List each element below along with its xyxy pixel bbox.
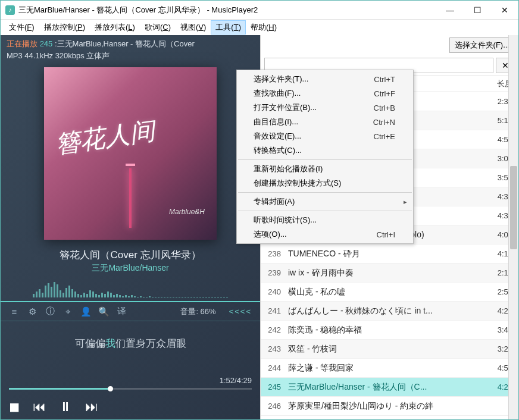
menu-entry-shortcut: Ctrl+E — [374, 132, 395, 141]
prev-button[interactable]: ⏮ — [33, 399, 46, 415]
menu-separator — [238, 211, 412, 211]
track-number: 239 — [261, 268, 288, 277]
menu-entry-shortcut: Ctrl+T — [374, 75, 395, 84]
next-button[interactable]: ⏭ — [85, 399, 98, 415]
stop-button[interactable]: ◼ — [9, 399, 20, 415]
spectrum-bar — [217, 297, 219, 297]
spectrum-bar — [196, 297, 198, 297]
spectrum-bar — [205, 297, 207, 297]
tools-menu-dropdown: 选择文件夹(T)...Ctrl+T查找歌曲(F)...Ctrl+F打开文件位置(… — [236, 70, 414, 244]
translate-icon[interactable]: 译 — [116, 306, 127, 317]
track-number: 245 — [261, 383, 288, 391]
track-title: 横山克 - 私の嘘 — [288, 287, 483, 297]
menu-item-l[interactable]: 播放列表(L) — [90, 20, 140, 35]
menu-separator — [238, 192, 412, 193]
player-pane: 正在播放 245 :三无MarBlue,Hanser - 簪花人间（Cover … — [1, 35, 260, 419]
menu-entry[interactable]: 选项(O)...Ctrl+I — [237, 227, 413, 242]
track-row[interactable]: 242陈奕迅 - 稳稳的幸福3:43 — [261, 321, 518, 340]
time-display: 1:52/4:29 — [220, 376, 252, 385]
menu-item-h[interactable]: 帮助(H) — [246, 20, 282, 35]
track-row[interactable]: 246茅原実里/種田梨沙/山岡ゆり - 約束の絆 — [261, 397, 518, 416]
menu-entry[interactable]: 听歌时间统计(S)... — [237, 213, 413, 227]
mini-toolbar: ≡ ⚙ ⓘ ⌖ 👤 🔍 译 音量: 66% <<<< — [1, 301, 260, 321]
track-row[interactable]: 244薛之谦 - 等我回家4:57 — [261, 359, 518, 378]
player-content: 正在播放 245 :三无MarBlue,Hanser - 簪花人间（Cover … — [1, 35, 260, 419]
menu-entry[interactable]: 曲目信息(I)...Ctrl+N — [237, 115, 413, 129]
menu-entry-label: 专辑封面(A) — [254, 196, 395, 207]
info-icon[interactable]: ⓘ — [45, 306, 55, 317]
track-row[interactable]: 241ばんばんしー - 秋姉妹のなく頃に in t...4:23 — [261, 302, 518, 321]
spectrum-bar — [95, 294, 97, 297]
gear-icon[interactable]: ⚙ — [27, 306, 37, 317]
menu-entry[interactable]: 专辑封面(A) — [237, 195, 413, 209]
track-row[interactable]: 243双笙 - 竹枝词3:21 — [261, 340, 518, 359]
menu-item-c[interactable]: 歌词(C) — [140, 20, 176, 35]
spectrum-bar — [68, 286, 70, 297]
now-playing-header: 正在播放 245 :三无MarBlue,Hanser - 簪花人间（Cover — [1, 35, 260, 51]
top-row: 选择文件夹(F)... — [261, 35, 518, 55]
track-row[interactable]: 239iw ix - 碎月雨中奏2:11 — [261, 264, 518, 283]
maximize-button[interactable]: ☐ — [464, 1, 491, 20]
close-button[interactable]: ✕ — [491, 1, 518, 20]
minimize-button[interactable]: — — [436, 1, 464, 20]
spectrum-bar — [110, 293, 112, 297]
window-title: 三无MarBlue/Hanser - 簪花人间（Cover 忘川风华录） - M… — [18, 5, 436, 15]
album-decoration — [129, 168, 132, 228]
spectrum-bar — [51, 287, 52, 297]
select-folder-button[interactable]: 选择文件夹(F)... — [449, 37, 515, 53]
spectrum-bar — [164, 297, 165, 297]
spectrum-bar — [80, 295, 82, 297]
body-area: 正在播放 245 :三无MarBlue,Hanser - 簪花人间（Cover … — [1, 35, 518, 419]
menu-entry[interactable]: 打开文件位置(B)...Ctrl+B — [237, 101, 413, 115]
track-row[interactable]: 245三无MarBlue/Hanser - 簪花人间（C...4:29 — [261, 378, 518, 397]
eq-icon[interactable]: ≡ — [9, 306, 20, 316]
lyric-pre: 可偏偏 — [75, 338, 105, 349]
track-number: 241 — [261, 306, 288, 315]
volume-label[interactable]: 音量: 66% — [134, 306, 222, 317]
spectrum-bar — [45, 286, 46, 297]
progress-bar[interactable] — [9, 388, 252, 390]
search-icon[interactable]: 🔍 — [98, 306, 109, 317]
spectrum-bar — [176, 297, 177, 297]
scrollbar[interactable] — [508, 92, 518, 419]
menu-entry-label: 曲目信息(I)... — [254, 117, 373, 127]
song-title: 簪花人间（Cover 忘川风华录） — [1, 248, 260, 262]
spectrum-bar — [57, 284, 58, 297]
spectrum-bar — [223, 297, 225, 297]
track-row[interactable]: 238TUMENECO - 砕月4:15 — [261, 245, 518, 264]
menu-entry[interactable]: 重新初始化播放器(I) — [237, 162, 413, 176]
song-artist: 三无MarBlue/Hanser — [1, 263, 260, 274]
menu-item-t[interactable]: 工具(T) — [211, 20, 246, 35]
menu-item-p[interactable]: 播放控制(P) — [39, 20, 90, 35]
spectrum — [1, 280, 260, 297]
spectrum-bar — [179, 297, 180, 297]
collapse-button[interactable]: <<<< — [229, 307, 252, 316]
now-playing-format: MP3 44.1kHz 320kbps 立体声 — [1, 51, 260, 61]
menu-entry-label: 选项(O)... — [254, 229, 377, 240]
track-row[interactable]: 240横山克 - 私の嘘2:51 — [261, 283, 518, 302]
track-title: 三无MarBlue/Hanser - 簪花人间（C... — [288, 382, 483, 393]
menu-item-f[interactable]: 文件(F) — [4, 20, 39, 35]
spectrum-bar — [211, 297, 213, 297]
spectrum-bar — [193, 297, 195, 297]
menu-entry-label: 查找歌曲(F)... — [254, 88, 374, 99]
menu-entry[interactable]: 音效设定(E)...Ctrl+E — [237, 129, 413, 143]
menu-entry-shortcut: Ctrl+B — [374, 104, 395, 112]
locate-icon[interactable]: ⌖ — [62, 306, 73, 317]
scrollbar-thumb[interactable] — [510, 166, 517, 249]
spectrum-bar — [113, 295, 115, 297]
spectrum-bar — [199, 297, 201, 297]
album-art[interactable]: 簪花人间 Marblue&H — [44, 67, 217, 240]
spectrum-bar — [226, 297, 228, 297]
menu-entry[interactable]: 创建播放控制快捷方式(S) — [237, 176, 413, 190]
spectrum-bar — [60, 290, 61, 297]
menu-entry[interactable]: 查找歌曲(F)...Ctrl+F — [237, 86, 413, 101]
spectrum-bar — [119, 295, 121, 297]
menu-entry[interactable]: 转换格式(C)... — [237, 143, 413, 158]
menu-entry-label: 打开文件位置(B)... — [254, 102, 374, 113]
pause-button[interactable]: ⏸ — [59, 399, 72, 415]
menu-item-v[interactable]: 视图(V) — [176, 20, 211, 35]
spectrum-bar — [167, 297, 168, 297]
user-icon[interactable]: 👤 — [80, 306, 91, 317]
menu-entry[interactable]: 选择文件夹(T)...Ctrl+T — [237, 72, 413, 86]
